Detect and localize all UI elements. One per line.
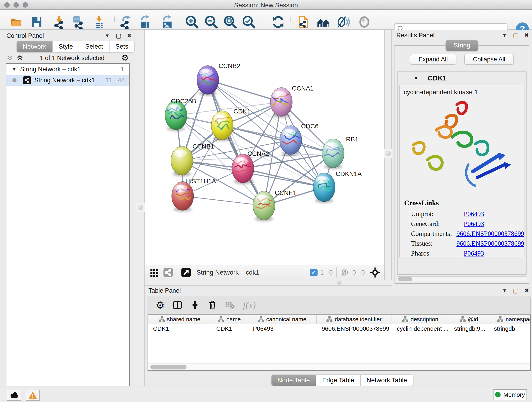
network-node-CCNB1[interactable] [171, 146, 193, 177]
network-node-CCNA1[interactable] [270, 88, 292, 118]
tab-select[interactable]: Select [79, 41, 109, 52]
warnings-button[interactable] [26, 390, 40, 401]
table-settings-gear-icon[interactable]: ⚙ [156, 299, 165, 311]
table-cell[interactable]: stringdb:9... [449, 325, 489, 332]
column-header-name[interactable]: name [211, 315, 248, 324]
collection-expand-icon[interactable]: ▼ [12, 67, 17, 72]
network-collection-row[interactable]: ▼ String Network – cdk1 1 [6, 64, 129, 75]
table-horizontal-scrollbar[interactable] [148, 364, 530, 370]
import-network-button[interactable] [52, 15, 67, 29]
horizontal-splitter-handle[interactable] [337, 281, 341, 285]
crosslink-link[interactable]: 9606.ENSP00000378699 [456, 240, 524, 247]
zoom-out-button[interactable] [204, 15, 219, 29]
column-header-canonical-name[interactable]: canonical name [248, 315, 317, 324]
delete-table-icon[interactable] [225, 300, 235, 310]
expand-all-icon[interactable] [16, 54, 24, 62]
right-splitter[interactable] [385, 30, 392, 286]
results-horizontal-scrollbar[interactable] [397, 276, 526, 281]
control-panel-close-icon[interactable]: ✖ [127, 33, 132, 39]
column-header-description[interactable]: description [392, 315, 449, 324]
network-edge-CCNB2-CCNA1[interactable] [208, 80, 281, 102]
zoom-fit-button[interactable] [223, 15, 238, 29]
table-cell[interactable]: CDK1 [211, 325, 248, 332]
network-edge-CCNA2-CDKN1A[interactable] [243, 168, 324, 187]
tab-network[interactable]: Network [17, 41, 52, 52]
control-panel-menu-icon[interactable]: ▼ [105, 33, 110, 39]
tab-network-table[interactable]: Network Table [360, 375, 413, 386]
home-button[interactable] [316, 15, 331, 29]
network-node-RB1[interactable] [322, 139, 344, 169]
delete-column-trash-icon[interactable] [208, 300, 217, 310]
column-header-namespace[interactable]: namespace [489, 315, 531, 324]
create-column-plus-icon[interactable] [190, 300, 200, 310]
network-edge-CCNB2-CCNE1[interactable] [208, 80, 264, 206]
tab-style[interactable]: Style [52, 41, 79, 52]
network-node-CCNE1[interactable] [253, 191, 275, 221]
network-edge-CCNE1-HIST1H1A[interactable] [183, 196, 264, 206]
network-options-gear-icon[interactable]: ⚙ [120, 53, 130, 63]
collapse-all-button[interactable]: Collapse All [464, 54, 514, 65]
cloud-status-button[interactable] [7, 390, 21, 401]
export-table-button[interactable] [138, 15, 152, 29]
hidden-eye-icon[interactable] [341, 268, 350, 277]
tab-edge-table[interactable]: Edge Table [316, 375, 360, 386]
network-node-HIST1H1A[interactable] [172, 182, 194, 212]
results-panel-title: Results Panel [396, 32, 435, 39]
crosslink-link[interactable]: P06493 [464, 249, 484, 257]
open-in-new-window-icon[interactable] [181, 268, 191, 278]
preview-eye-button[interactable] [357, 15, 372, 29]
gene-collapse-icon[interactable]: ▼ [413, 75, 418, 81]
fit-crosshair-icon[interactable] [370, 267, 380, 278]
expand-all-button[interactable]: Expand All [410, 54, 456, 65]
column-header-shared-name[interactable]: shared name [148, 315, 211, 324]
import-network-from-database-button[interactable] [70, 15, 85, 29]
crosslink-link[interactable]: P06493 [464, 210, 484, 218]
left-splitter[interactable] [136, 30, 145, 386]
memory-button[interactable]: Memory [493, 389, 527, 400]
node-table[interactable]: shared namenamecanonical namedatabase id… [147, 314, 531, 371]
collapse-all-icon[interactable] [6, 54, 14, 62]
share-view-icon[interactable] [163, 268, 173, 278]
network-canvas[interactable]: CCNB2CCNA1CDC25BCDK1CDC6RB1CCNB1CCNA2CDK… [145, 30, 385, 265]
column-header-@id[interactable]: @id [449, 315, 489, 324]
selected-checkbox[interactable]: ✓ [310, 269, 317, 276]
crosslink-link[interactable]: P06493 [464, 220, 484, 228]
table-cell[interactable]: 9606.ENSP00000378699 [317, 325, 392, 332]
refresh-button[interactable] [271, 15, 285, 29]
results-panel-float-icon[interactable]: ▢ [513, 32, 519, 39]
left-splitter-handle[interactable] [136, 203, 145, 212]
network-row[interactable]: String Network – cdk1 11 48 [6, 75, 129, 86]
grid-view-icon[interactable] [150, 268, 159, 277]
column-header-database-identifier[interactable]: database identifier [317, 315, 392, 324]
control-panel-float-icon[interactable]: ▢ [116, 32, 121, 39]
show-columns-icon[interactable] [172, 300, 182, 310]
import-table-button[interactable] [92, 15, 107, 29]
table-cell[interactable]: P06493 [248, 325, 317, 332]
results-panel-menu-icon[interactable]: ▼ [502, 32, 507, 38]
table-cell[interactable]: stringdb [489, 325, 531, 332]
export-image-button[interactable] [160, 15, 175, 29]
table-cell[interactable]: CDK1 [148, 325, 211, 332]
table-cell[interactable]: cyclin-dependent ... [392, 325, 449, 332]
crosslink-link[interactable]: 9606.ENSP00000378699 [456, 230, 524, 237]
table-panel-float-icon[interactable]: ▢ [513, 287, 519, 294]
share-document-button[interactable] [296, 15, 311, 29]
zoom-selected-button[interactable] [241, 15, 256, 29]
hide-labels-button[interactable] [336, 15, 351, 29]
save-session-button[interactable] [29, 15, 44, 29]
network-node-CDC25B[interactable] [165, 101, 187, 131]
export-image-icon [161, 15, 174, 29]
open-session-button[interactable] [9, 15, 23, 29]
table-row[interactable]: CDK1CDK1P064939606.ENSP00000378699cyclin… [148, 324, 530, 333]
tab-string[interactable]: String [446, 40, 478, 51]
network-node-CCNB2[interactable] [197, 65, 219, 96]
tab-sets[interactable]: Sets [109, 41, 134, 52]
export-network-button[interactable] [119, 15, 134, 29]
tab-node-table[interactable]: Node Table [271, 375, 316, 386]
network-node-CDKN1A[interactable] [313, 173, 335, 203]
results-panel-close-icon[interactable]: ✖ [525, 32, 529, 38]
table-panel-close-icon[interactable]: ✖ [525, 288, 529, 294]
table-panel-menu-icon[interactable]: ▼ [502, 288, 507, 294]
right-splitter-handle[interactable] [384, 149, 392, 158]
zoom-in-button[interactable] [185, 15, 199, 29]
